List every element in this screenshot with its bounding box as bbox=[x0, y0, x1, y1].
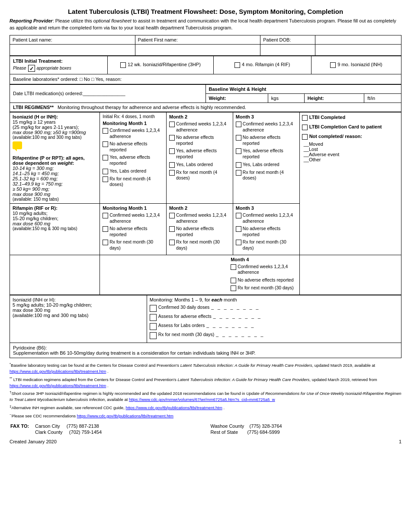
m1-rxnext-cb[interactable] bbox=[103, 176, 108, 182]
rif-m4-noadverse-text: No adverse effects reported bbox=[238, 277, 293, 283]
rif-m2-noadverse-cb[interactable] bbox=[169, 226, 175, 232]
not-completed-cb[interactable] bbox=[302, 134, 308, 140]
dob-label: Patient DOB: bbox=[263, 37, 291, 42]
iso-dose4: (available:100 mg and 300 mg tabs) bbox=[13, 135, 97, 140]
optional-label: optional flowsheet bbox=[93, 18, 132, 23]
rifampin-name: Rifampin (RIF or R): bbox=[13, 205, 97, 211]
iso9mo-cb4[interactable] bbox=[150, 332, 157, 339]
footnotes-section: *Baseline laboratory testing can be foun… bbox=[10, 362, 401, 419]
m2-confirmed-cb[interactable] bbox=[169, 122, 175, 127]
m1-yesadverse-text: Yes, adverse effects reported bbox=[109, 154, 164, 166]
comment-icon bbox=[13, 141, 22, 149]
iso9mo-item4: Rx for next month (30 days) _ _ _ _ _ _ … bbox=[150, 332, 398, 339]
3hp-month3-items: Confirmed weeks 1,2,3,4 adherence No adv… bbox=[236, 121, 297, 181]
rif-m4-rx-cb[interactable] bbox=[231, 285, 236, 291]
footnote-3-link[interactable]: https://www.cdc.gov/mmwr/volumes/67/wr/m… bbox=[129, 397, 275, 402]
m2-yeslabs-cb[interactable] bbox=[169, 162, 175, 168]
rpt-dose-4: ≥ 50 kg= 900 mg; bbox=[13, 186, 97, 192]
fax-clark: Clark County (702) 759-1454 bbox=[35, 429, 203, 435]
footnote-1: *Baseline laboratory testing can be foun… bbox=[10, 362, 401, 375]
m1-noadverse-cb[interactable] bbox=[103, 141, 108, 147]
iso9mo-each: each bbox=[212, 297, 222, 302]
inh-label: 9 mo. Isoniazid (INH) bbox=[337, 62, 382, 67]
inh-checkbox[interactable] bbox=[330, 62, 336, 68]
footnote-2-link[interactable]: https://www.cdc.gov/tb/publications/ltbi… bbox=[10, 383, 106, 388]
initial-rx-label: Initial Rx: 4 doses, 1 month bbox=[103, 114, 164, 119]
pyridoxine-name: Pyridoxine (B6): bbox=[13, 345, 398, 350]
date-ordered-label: Date LTBI medication(s) ordered:________… bbox=[13, 91, 125, 96]
rif-m1-noadverse-cb[interactable] bbox=[103, 226, 108, 232]
3hp-checkbox[interactable] bbox=[120, 62, 126, 68]
rif-m1-confirmed-cb[interactable] bbox=[103, 213, 108, 218]
rif-m2-rx-text: Rx for next month (30 days) bbox=[176, 239, 230, 251]
rifapentine-name: Rifapentine (P or RPT): all ages, dose d… bbox=[13, 155, 97, 166]
rif-m4-noadverse-cb[interactable] bbox=[231, 278, 236, 283]
rif-m2-rx-cb[interactable] bbox=[169, 240, 175, 245]
3hp-month1-header: Monitoring Month 1 bbox=[103, 121, 164, 126]
m3-confirmed-cb[interactable] bbox=[236, 122, 241, 127]
m3-yeslabs-cb[interactable] bbox=[236, 162, 241, 168]
rif-m2-confirmed-cb[interactable] bbox=[169, 213, 175, 218]
rif-m1-noadverse-text: No adverse effects reported bbox=[109, 226, 164, 237]
first-name-label: Patient First name: bbox=[138, 37, 178, 42]
3hp-month3-header: Month 3 bbox=[236, 114, 297, 119]
iso9mo-cb1[interactable] bbox=[150, 305, 157, 312]
baseline-labs-row: Baseline laboratories* ordered: □ No □ Y… bbox=[10, 74, 401, 84]
m2-yesadverse-cb[interactable] bbox=[169, 148, 175, 154]
fax-carson: Carson City (775) 887-2138 bbox=[35, 423, 203, 429]
m1-yeslabs-cb[interactable] bbox=[103, 169, 108, 174]
rif-dose1: 10 mg/kg adults; bbox=[13, 211, 97, 216]
m2-noadverse-text: No adverse effects reported bbox=[176, 135, 230, 146]
iso9mo-dose2: max dose 300 mg bbox=[13, 308, 144, 313]
rif-m1-rx-cb[interactable] bbox=[103, 240, 108, 245]
fax-rest: Rest of State (775) 684-5999 bbox=[204, 429, 401, 435]
fax-washoe: Washoe County (775) 328-3764 bbox=[204, 423, 401, 429]
m3-noadverse-cb[interactable] bbox=[236, 135, 241, 141]
iso9mo-cb3[interactable] bbox=[150, 323, 157, 330]
ltbi-card-cb[interactable] bbox=[302, 125, 308, 130]
m3-yesadverse-cb[interactable] bbox=[236, 148, 241, 154]
ltbi-card-label: LTBI Completion Card to patient bbox=[309, 124, 382, 129]
reason-other: __Other bbox=[304, 157, 399, 162]
m2-noadverse-cb[interactable] bbox=[169, 135, 175, 141]
3hp-month1-items: Confirmed weeks 1,2,3,4 adherence No adv… bbox=[103, 128, 164, 188]
weight-label: Weight: bbox=[209, 96, 226, 101]
m2-confirmed-text: Confirmed weeks 1,2,3,4 adherence bbox=[176, 121, 230, 133]
rif-m3-confirmed-cb[interactable] bbox=[236, 213, 241, 218]
rpt-dose-6: (available: 150 mg tabs) bbox=[13, 197, 97, 202]
footnote-4-link[interactable]: https://www.cdc.gov/tb/publications/ltbi… bbox=[125, 405, 222, 410]
m1-confirmed-cb[interactable] bbox=[103, 128, 108, 134]
m3-yeslabs-text: Yes, Labs ordered bbox=[243, 162, 279, 168]
m3-rxnext-cb[interactable] bbox=[236, 170, 241, 176]
rif-month1-items: Confirmed weeks 1,2,3,4 adherence No adv… bbox=[103, 212, 164, 251]
last-name-label: Patient Last name: bbox=[13, 37, 52, 42]
m2-rxnext-cb[interactable] bbox=[169, 170, 175, 176]
regimens-header: LTBI REGIMENS** Monitoring throughout th… bbox=[10, 103, 401, 112]
rif-month3-items: Confirmed weeks 1,2,3,4 adherence No adv… bbox=[236, 212, 297, 251]
m1-yesadverse-cb[interactable] bbox=[103, 155, 108, 160]
rif-m3-rx-cb[interactable] bbox=[236, 240, 241, 245]
rif-month3-header: Month 3 bbox=[236, 205, 297, 211]
footnote-5: ~Please see CDC recommendations https://… bbox=[10, 412, 401, 419]
rif-m4-confirmed-cb[interactable] bbox=[231, 264, 236, 270]
4rif-checkbox[interactable] bbox=[234, 62, 240, 68]
baseline-labs-text: Baseline laboratories* ordered: □ No □ Y… bbox=[13, 77, 122, 82]
rif-month2-items: Confirmed weeks 1,2,3,4 adherence No adv… bbox=[169, 212, 230, 251]
iso9mo-cb2[interactable] bbox=[150, 314, 157, 321]
rif-m2-noadverse-text: No adverse effects reported bbox=[176, 226, 230, 237]
rif-m3-noadverse-cb[interactable] bbox=[236, 226, 241, 232]
m2-yeslabs-text: Yes, Labs ordered bbox=[176, 162, 213, 168]
rpt-dose-5: max dose 900 mg bbox=[13, 192, 97, 197]
footnote-3: †Short course 3HP Isoniazid/rifapentine … bbox=[10, 390, 401, 403]
footnote-1-link[interactable]: https://www.cdc.gov/tb/publications/ltbi… bbox=[10, 369, 106, 374]
fax-label: FAX TO: bbox=[10, 423, 34, 429]
ltbi-completed-cb[interactable] bbox=[302, 115, 308, 121]
reason-lost: __Lost bbox=[304, 147, 399, 152]
ltbi-init-label: LTBI Initial Treatment: bbox=[13, 58, 104, 64]
rpt-dose-3: 32.1–49.9 kg = 750 mg; bbox=[13, 181, 97, 186]
reason-moved: __Moved bbox=[304, 141, 399, 147]
rif-m4-rx-text: Rx for next month (30 days) bbox=[238, 285, 294, 291]
footnote-5-link[interactable]: https://www.cdc.gov/tb/publications/ltbi… bbox=[77, 413, 173, 418]
iso-dose2: (25 mg/kg for ages 2-11 years); bbox=[13, 125, 97, 130]
regimens-note: Monitoring throughout therapy for adhere… bbox=[58, 105, 246, 110]
